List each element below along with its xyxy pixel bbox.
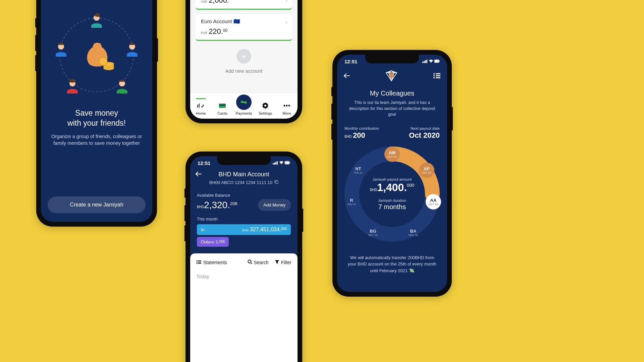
- friends-illustration: [41, 6, 152, 102]
- account-card-usd[interactable]: › USD2,000.: [196, 0, 292, 10]
- account-title: BHD Main Account: [196, 171, 292, 178]
- svg-rect-34: [422, 62, 423, 63]
- tab-home[interactable]: ıl Home: [192, 98, 210, 115]
- participant-chip[interactable]: RJAN '21: [344, 194, 359, 209]
- svg-rect-32: [198, 263, 201, 264]
- transactions-panel: Statements Search Filter Today: [190, 253, 298, 362]
- participant-chip[interactable]: BANOV '20: [406, 225, 421, 240]
- statements-button[interactable]: Statements: [196, 260, 227, 265]
- svg-rect-20: [275, 162, 276, 165]
- back-arrow-icon[interactable]: [344, 73, 350, 79]
- participant-chip[interactable]: AMOCT '20: [384, 146, 400, 162]
- chevron-right-icon: ›: [286, 0, 287, 3]
- svg-point-33: [248, 260, 251, 263]
- search-button[interactable]: Search: [248, 259, 269, 265]
- onboarding-subtext: Organize a group of friends, colleagues …: [48, 133, 146, 147]
- svg-rect-28: [198, 260, 201, 261]
- inflow-bar: In BHD327,451,034.000: [197, 224, 291, 235]
- participant-chip-active[interactable]: AAOCT '20: [426, 194, 441, 209]
- participant-chip[interactable]: AFSEP '20: [419, 163, 434, 178]
- add-account-label: Add new account: [190, 68, 298, 74]
- account-card-title: Euro Account 🇪🇺: [201, 18, 287, 24]
- duration-value: 7 months: [362, 203, 422, 211]
- auto-transfer-note: We will automatically transfer 200BHD fr…: [346, 254, 438, 274]
- balance-amount: BHD2,320.206: [197, 200, 237, 210]
- svg-rect-21: [277, 161, 278, 165]
- add-account-button[interactable]: +: [236, 49, 251, 64]
- svg-rect-35: [424, 61, 425, 63]
- outflow-bar: Out BHD1.000: [197, 237, 229, 247]
- svg-rect-40: [439, 61, 440, 62]
- next-payout-date: Next payout date Oct 2020: [409, 126, 440, 140]
- diamond-logo-icon: [350, 70, 433, 83]
- list-icon: [196, 260, 202, 265]
- payout-amount: BHD1,400.000: [362, 181, 422, 194]
- svg-rect-44: [436, 75, 440, 76]
- svg-point-43: [433, 75, 435, 76]
- svg-point-17: [288, 105, 290, 107]
- search-icon: [248, 259, 252, 265]
- svg-rect-11: [219, 104, 226, 108]
- filter-button[interactable]: Filter: [275, 259, 291, 265]
- svg-point-27: [197, 260, 198, 261]
- account-card-euro[interactable]: › Euro Account 🇪🇺 EUR220.00: [196, 14, 292, 41]
- balance-label: Available Balance: [197, 193, 291, 198]
- svg-point-45: [433, 77, 435, 78]
- section-today: Today: [196, 274, 291, 279]
- svg-text:ıl: ıl: [197, 103, 200, 109]
- svg-rect-26: [276, 181, 278, 184]
- svg-rect-30: [198, 262, 201, 262]
- tab-payments[interactable]: Payments: [234, 100, 253, 115]
- status-time: 12:51: [198, 160, 210, 166]
- filter-icon: [275, 259, 279, 265]
- svg-rect-39: [435, 60, 439, 62]
- onboarding-heading: Save money with your friends!: [48, 108, 146, 128]
- payments-swap-icon: [236, 95, 252, 110]
- participants-ring: Jamiyah payout amount BHD1,400.000 Jamiy…: [342, 144, 442, 244]
- tab-settings[interactable]: Settings: [256, 101, 275, 115]
- home-logo-icon: ıl: [192, 101, 210, 110]
- back-arrow-icon[interactable]: [196, 172, 202, 178]
- participant-chip[interactable]: NTFEB '21: [351, 163, 366, 178]
- chevron-right-icon: ›: [286, 19, 287, 25]
- svg-point-31: [197, 263, 198, 264]
- page-description: This is our ila team Jamiyah. and it has…: [344, 100, 440, 118]
- svg-rect-12: [219, 105, 226, 106]
- svg-point-29: [197, 261, 198, 262]
- copy-icon[interactable]: [274, 180, 278, 185]
- svg-point-15: [284, 105, 285, 107]
- menu-list-icon[interactable]: [433, 73, 440, 80]
- this-month-label: This month: [197, 217, 291, 222]
- card-icon: [213, 101, 232, 110]
- svg-point-4: [99, 57, 107, 65]
- bottom-tab-bar: ıl Home Cards Payments Settings More: [190, 93, 298, 119]
- create-jamiyah-button[interactable]: Create a new Jamiyah: [48, 196, 146, 213]
- page-title: My Colleagues: [337, 89, 447, 97]
- tab-cards[interactable]: Cards: [213, 101, 232, 115]
- phone-my-colleagues: 12:51 My Colleagues This is our ila team…: [332, 50, 452, 297]
- svg-point-41: [433, 73, 435, 74]
- status-icons: [422, 59, 440, 64]
- svg-point-16: [286, 105, 288, 107]
- phone-bhd-account: 12:51 BHD Main Account BH00 ABCO 1234 12…: [185, 152, 302, 362]
- add-money-button[interactable]: Add Money: [258, 199, 291, 211]
- svg-rect-36: [425, 60, 426, 63]
- participant-chip[interactable]: BGDEC '20: [365, 225, 381, 240]
- gear-icon: [256, 101, 275, 110]
- monthly-contribution: Monthly contribution BHD200: [344, 126, 379, 140]
- more-dots-icon: [277, 101, 296, 110]
- svg-rect-42: [436, 73, 440, 74]
- iban-number: BH00 ABCO 1234 1234 1111 10: [196, 180, 292, 185]
- svg-point-14: [264, 105, 266, 107]
- status-time: 12:51: [344, 59, 357, 64]
- svg-rect-18: [273, 163, 274, 165]
- phone-jamiyah-onboarding: Jamiyah: [36, 0, 157, 227]
- svg-rect-24: [289, 162, 290, 163]
- status-icons: [273, 160, 290, 166]
- svg-rect-37: [426, 60, 427, 63]
- tab-more[interactable]: More: [277, 101, 296, 115]
- svg-rect-46: [436, 77, 440, 78]
- svg-rect-23: [285, 162, 289, 164]
- phone-accounts-list: › USD2,000. › Euro Account 🇪🇺 EUR220.00 …: [185, 0, 302, 123]
- flag-eu-icon: 🇪🇺: [233, 18, 240, 24]
